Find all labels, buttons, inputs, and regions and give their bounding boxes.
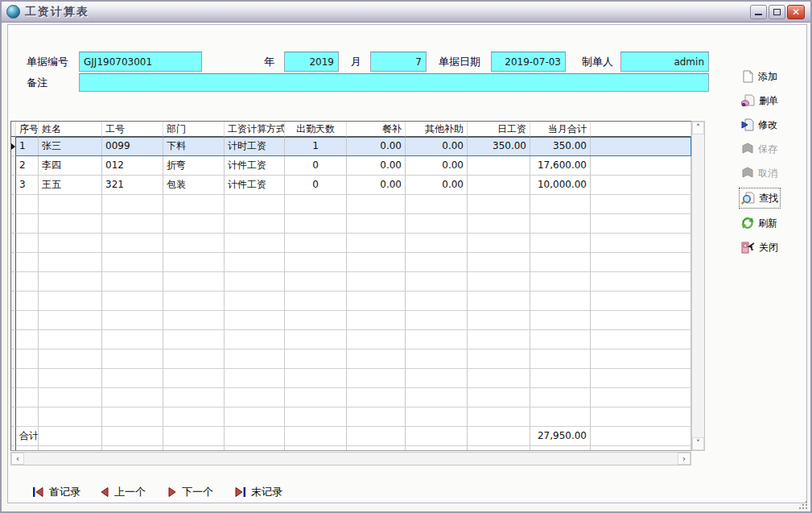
table-cell bbox=[591, 156, 691, 176]
table-cell bbox=[468, 446, 530, 451]
table-cell bbox=[468, 195, 530, 214]
table-cell bbox=[406, 234, 468, 253]
table-cell bbox=[468, 427, 530, 446]
table-cell bbox=[39, 350, 102, 369]
table-cell bbox=[468, 253, 530, 272]
vertical-scrollbar[interactable]: ˄ ˅ bbox=[691, 121, 705, 451]
table-cell bbox=[163, 388, 225, 408]
table-cell bbox=[591, 446, 691, 451]
nav-last-button[interactable]: 末记录 bbox=[234, 484, 282, 500]
row-selector-cell bbox=[11, 214, 16, 234]
column-header: 日工资 bbox=[468, 122, 530, 137]
creator-input[interactable] bbox=[620, 52, 709, 72]
table-cell bbox=[102, 330, 163, 350]
doc-date-input[interactable] bbox=[491, 52, 566, 72]
table-cell bbox=[406, 446, 468, 451]
scroll-up-button[interactable]: ˄ bbox=[692, 122, 704, 134]
table-cell bbox=[591, 272, 691, 292]
table-row[interactable]: 1张三0099下料计时工资10.000.00350.00350.00 bbox=[11, 137, 691, 156]
window-title: 工资计算表 bbox=[25, 5, 89, 19]
maximize-button[interactable] bbox=[769, 5, 785, 19]
table-row[interactable]: 3王五321包装计件工资00.000.0010,000.00 bbox=[11, 176, 691, 195]
nav-first-button[interactable]: 首记录 bbox=[32, 484, 80, 500]
table-cell bbox=[163, 292, 225, 311]
close-button[interactable]: ✕ bbox=[787, 5, 805, 19]
edit-icon bbox=[741, 118, 754, 131]
table-row[interactable]: 2李四012折弯计件工资00.000.0017,600.00 bbox=[11, 156, 691, 176]
last-record-icon bbox=[234, 486, 246, 498]
table-cell bbox=[285, 195, 347, 214]
doc-number-input[interactable] bbox=[79, 52, 202, 72]
table-cell bbox=[39, 408, 102, 427]
table-cell bbox=[163, 195, 225, 214]
table-cell bbox=[406, 350, 468, 369]
nav-next-button[interactable]: 下一个 bbox=[167, 484, 213, 500]
table-cell: 27,950.00 bbox=[530, 427, 591, 446]
column-header: 工号 bbox=[102, 122, 163, 137]
doc-number-label: 单据编号 bbox=[27, 52, 68, 72]
toolbar-label: 刷新 bbox=[758, 217, 777, 230]
row-selector-cell bbox=[11, 292, 16, 311]
table-cell bbox=[225, 253, 285, 272]
remark-input[interactable] bbox=[79, 73, 709, 92]
column-header: 姓名 bbox=[39, 122, 102, 137]
empty-table-row bbox=[11, 369, 691, 388]
table-cell: 0 bbox=[285, 176, 347, 195]
nav-label: 末记录 bbox=[251, 485, 282, 499]
table-cell bbox=[16, 388, 39, 408]
table-cell bbox=[530, 408, 591, 427]
table-cell bbox=[225, 214, 285, 234]
table-cell bbox=[16, 330, 39, 350]
app-icon bbox=[6, 5, 20, 19]
table-cell bbox=[530, 234, 591, 253]
table-cell bbox=[530, 253, 591, 272]
minimize-button[interactable] bbox=[750, 5, 767, 19]
table-cell bbox=[102, 369, 163, 388]
month-input[interactable] bbox=[370, 52, 427, 72]
table-cell bbox=[16, 292, 39, 311]
row-selector-cell bbox=[11, 176, 16, 195]
table-cell bbox=[225, 272, 285, 292]
table-cell bbox=[16, 446, 39, 451]
table-cell bbox=[406, 195, 468, 214]
table-cell bbox=[102, 195, 163, 214]
resize-grip[interactable] bbox=[798, 499, 807, 509]
table-cell bbox=[285, 253, 347, 272]
table-cell bbox=[468, 388, 530, 408]
table-cell bbox=[225, 427, 285, 446]
table-cell bbox=[591, 330, 691, 350]
row-selector-cell bbox=[11, 253, 16, 272]
toolbar-button-close-form[interactable]: 关闭 bbox=[741, 239, 778, 255]
toolbar-button-find[interactable]: 查找 bbox=[741, 190, 778, 206]
table-cell bbox=[102, 253, 163, 272]
table-cell bbox=[285, 446, 347, 451]
scroll-left-button[interactable]: ‹ bbox=[11, 453, 24, 465]
scroll-right-button[interactable]: › bbox=[678, 453, 690, 465]
table-cell bbox=[16, 234, 39, 253]
table-cell: 0.00 bbox=[347, 176, 406, 195]
table-cell bbox=[468, 156, 530, 176]
table-cell bbox=[591, 292, 691, 311]
toolbar-button-cancel: 取消 bbox=[741, 165, 777, 181]
table-footer-row: 合计27,950.00 bbox=[11, 427, 691, 446]
save-icon bbox=[741, 143, 754, 155]
toolbar-button-refresh[interactable]: 刷新 bbox=[741, 215, 777, 231]
table-cell bbox=[16, 369, 39, 388]
table-cell bbox=[406, 292, 468, 311]
table-cell bbox=[347, 408, 406, 427]
toolbar-button-add[interactable]: 添加 bbox=[741, 68, 777, 85]
table-cell bbox=[163, 408, 225, 427]
empty-table-row bbox=[11, 272, 691, 292]
year-input[interactable] bbox=[284, 52, 339, 72]
table-cell bbox=[591, 369, 691, 388]
toolbar-button-delete[interactable]: 删单 bbox=[741, 93, 778, 109]
horizontal-scrollbar[interactable]: ‹ › bbox=[10, 452, 691, 465]
nav-previous-button[interactable]: 上一个 bbox=[100, 484, 146, 500]
table-cell bbox=[406, 330, 468, 350]
table-cell bbox=[285, 369, 347, 388]
scroll-down-button[interactable]: ˅ bbox=[692, 437, 704, 450]
table-cell bbox=[163, 330, 225, 350]
toolbar-button-modify[interactable]: 修改 bbox=[741, 117, 777, 133]
table-cell bbox=[347, 369, 406, 388]
table-cell bbox=[530, 369, 591, 388]
